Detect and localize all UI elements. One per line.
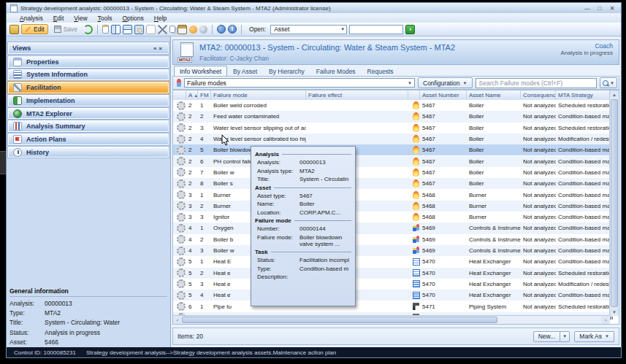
- close-button[interactable]: ✕: [608, 5, 616, 12]
- table-row[interactable]: 24Water level sensor calibrated too high…: [173, 133, 610, 144]
- horizontal-scrollbar[interactable]: < >: [173, 315, 610, 324]
- search-button[interactable]: ▼: [600, 77, 617, 88]
- menu-item-view[interactable]: View: [74, 15, 87, 22]
- go-button[interactable]: ›: [405, 25, 415, 34]
- new-button[interactable]: New...: [533, 331, 561, 342]
- table-row[interactable]: 25Boiler blowdown valve system worn5467B…: [173, 144, 610, 155]
- table-row[interactable]: 23Water level sensor slipping out of adj…: [173, 123, 610, 133]
- tab-failure-modes[interactable]: Failure Modes: [310, 66, 362, 76]
- sidebar-item-label: History: [26, 149, 49, 156]
- layout-columns-icon[interactable]: [111, 25, 121, 34]
- approve-icon[interactable]: [189, 26, 197, 34]
- column-header-Asset Number[interactable]: Asset Number: [420, 90, 467, 100]
- sidebar-item-analysis-summary[interactable]: Analysis Summary: [8, 120, 169, 132]
- table-row[interactable]: 54Heat e5470Heat ExchangerNot analyzedCo…: [173, 290, 610, 301]
- consequence-cell: Not analyzed: [521, 290, 556, 301]
- tab-requests[interactable]: Requests: [362, 66, 400, 76]
- column-header-Consequence[interactable]: Consequence: [521, 90, 556, 100]
- vertical-scroll-thumb[interactable]: [611, 99, 618, 307]
- table-row[interactable]: 26PH control failed5467BoilerNot analyze…: [173, 156, 610, 167]
- table-row[interactable]: 42Boiler b5469Controls & Instrumentation…: [173, 234, 610, 245]
- minimize-button[interactable]: —: [584, 5, 591, 12]
- table-row[interactable]: 43Boiler w5469Controls & Instrumentation…: [173, 245, 610, 256]
- tooltip-label: Number:: [257, 225, 299, 232]
- open-analysis-icon[interactable]: [9, 25, 19, 34]
- person-icon: [177, 79, 181, 87]
- maximize-button[interactable]: □: [596, 5, 603, 12]
- tab-by-hierarchy[interactable]: By Hierarchy: [263, 66, 310, 76]
- menu-item-help[interactable]: Help: [154, 15, 167, 22]
- table-row[interactable]: 31Burner5468BurnerNot analyzedCondition-…: [173, 189, 610, 200]
- sidebar-item-mta2-explorer[interactable]: MTA2 Explorer: [8, 108, 169, 120]
- menu-item-tools[interactable]: Tools: [98, 15, 112, 22]
- paste-icon[interactable]: [178, 25, 187, 34]
- important-icon[interactable]: [146, 25, 156, 34]
- sidebar-item-implementation[interactable]: Implementation: [8, 95, 169, 107]
- table-row[interactable]: 22Feed water contaminated5467BoilerNot a…: [173, 111, 610, 122]
- new-item-icon[interactable]: [102, 25, 109, 34]
- table-row[interactable]: 52Heat e5470Heat ExchangerNot analyzedSc…: [173, 268, 610, 279]
- reject-icon[interactable]: [199, 26, 207, 34]
- open-value-input[interactable]: [349, 25, 403, 34]
- tab-by-asset[interactable]: By Asset: [227, 66, 263, 76]
- tooltip-row: Number:00000144: [257, 225, 351, 232]
- table-row[interactable]: 33Ignitor5468BurnerNot analyzedCondition…: [173, 212, 610, 222]
- tooltip-label: Type:: [257, 266, 299, 272]
- role-label: Coach: [595, 42, 613, 50]
- sidebar-item-facilitation[interactable]: Facilitation: [8, 82, 169, 93]
- table-row[interactable]: 21Boiler weld corroded5467BoilerNot anal…: [173, 100, 610, 111]
- mark-as-button[interactable]: Mark As ▼: [574, 331, 614, 342]
- copy-icon[interactable]: [169, 26, 175, 33]
- table-row[interactable]: 28Boiler s5467BoilerNot analyzedConditio…: [173, 178, 610, 189]
- sidebar-item-properties[interactable]: Properties: [8, 56, 169, 68]
- new-button-dropdown[interactable]: ▼: [560, 331, 570, 342]
- open-target-select[interactable]: Asset▼: [270, 25, 347, 34]
- web-icon[interactable]: [217, 25, 226, 34]
- info-icon[interactable]: [228, 25, 237, 34]
- consequence-cell: Not analyzed: [521, 111, 556, 122]
- column-header-Failure effect[interactable]: Failure effect: [306, 90, 408, 100]
- horizontal-scroll-thumb[interactable]: [182, 317, 497, 323]
- menu-item-options[interactable]: Options: [122, 15, 143, 22]
- vertical-scrollbar[interactable]: ▲ ▼: [609, 90, 619, 316]
- failure-modes-combo[interactable]: Failure modes ▼: [184, 78, 415, 88]
- table-row[interactable]: 27Boiler w5467BoilerNot analyzedConditio…: [173, 167, 610, 178]
- edit-button[interactable]: Edit: [21, 24, 48, 34]
- column-header-Asset Name[interactable]: Asset Name: [467, 90, 521, 100]
- table-row[interactable]: 51Heat E5470Heat ExchangerNot analyzedCo…: [173, 256, 610, 267]
- configuration-button[interactable]: Configuration ▼: [418, 77, 473, 88]
- sidebar-item-action-plans[interactable]: Action Plans: [8, 133, 169, 145]
- tab-info-worksheet[interactable]: Info Worksheet: [174, 66, 227, 76]
- scroll-right-icon[interactable]: >: [601, 316, 610, 324]
- scroll-up-icon[interactable]: ▲: [610, 90, 619, 98]
- column-header-MTA Strategy[interactable]: MTA Strategy: [556, 90, 613, 100]
- title-bar[interactable]: Strategy development analysis: 00000013 …: [7, 3, 621, 13]
- table-row[interactable]: 41Oxygen5469Controls & InstrumentationNo…: [173, 222, 610, 233]
- scroll-down-icon[interactable]: ▼: [610, 308, 619, 316]
- edit-button-label: Edit: [34, 26, 45, 33]
- asset-name-cell: Burner: [467, 212, 521, 222]
- cut-icon[interactable]: [158, 25, 167, 34]
- menu-item-edit[interactable]: Edit: [53, 15, 64, 22]
- column-header-Failure mode[interactable]: Failure mode: [211, 90, 306, 100]
- table-row[interactable]: 61Pipe tu5471Piping SystemNot analyzedSc…: [173, 301, 610, 311]
- table-row[interactable]: 32Burner5468BurnerNot analyzedCondition-…: [173, 201, 610, 212]
- search-input[interactable]: Search Failure modes (Ctrl+F): [476, 78, 597, 88]
- fm-index-cell: 4: [198, 290, 211, 301]
- sidebar-item-system-information[interactable]: System Information: [8, 69, 169, 81]
- scroll-left-icon[interactable]: <: [173, 316, 182, 324]
- column-header-A[interactable]: A▲1: [186, 90, 198, 100]
- layout-search-icon[interactable]: [134, 25, 144, 34]
- table-row[interactable]: 53Heat e5470Heat ExchangerNot analyzedMo…: [173, 279, 610, 290]
- column-header-icon[interactable]: [408, 90, 420, 100]
- column-header-icon[interactable]: [173, 90, 186, 100]
- menu-item-analysis[interactable]: Analysis: [20, 15, 43, 22]
- general-info-row: Analysis:00000013: [9, 300, 167, 307]
- save-button[interactable]: Save: [50, 24, 81, 34]
- layout-rows-icon[interactable]: [123, 25, 132, 34]
- search-icon: [603, 80, 608, 86]
- refresh-icon[interactable]: [83, 25, 93, 34]
- sidebar-item-history[interactable]: History: [8, 147, 169, 158]
- pin-icon[interactable]: ×: [159, 45, 164, 52]
- column-header-FM[interactable]: FM▲2: [198, 90, 211, 100]
